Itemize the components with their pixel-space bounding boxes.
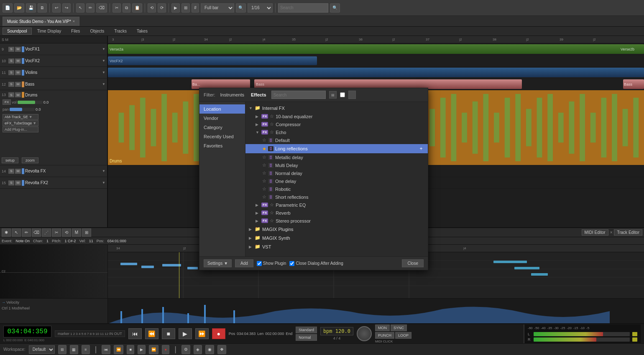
copy-btn[interactable]: ⧉ xyxy=(123,3,130,13)
segment-verse2b[interactable]: Verse2b xyxy=(619,44,644,54)
tab-soundpool[interactable]: Soundpool xyxy=(3,28,32,35)
paste-btn[interactable]: 📋 xyxy=(132,3,142,13)
tree-sub-long-reflections[interactable]: ★ 🎛 Long reflections + xyxy=(245,144,428,153)
solo-btn-14[interactable]: S xyxy=(8,169,14,174)
fx-btn-13[interactable]: FX xyxy=(3,99,11,105)
tree-sub-one-delay[interactable]: ☆ 🎛 One delay xyxy=(245,177,428,185)
tree-header-magix-plugins[interactable]: ▶ 📁 MAGIX Plugins xyxy=(245,225,428,233)
mute-btn-14[interactable]: M xyxy=(15,169,21,174)
pr-tool-2[interactable]: ↖ xyxy=(12,228,21,237)
mon-btn[interactable]: MON xyxy=(375,325,390,331)
setup-btn[interactable]: setup xyxy=(2,157,18,163)
add-plugin-btn[interactable]: Add Plug-in... xyxy=(3,127,38,132)
segment-violins[interactable] xyxy=(108,68,644,77)
am-track-plugin[interactable]: AM-Track_SE▼ xyxy=(3,114,38,120)
pr-tool-9[interactable]: ⊞ xyxy=(82,228,91,237)
stop-btn[interactable]: ■ xyxy=(162,328,175,339)
ws-btn-1[interactable]: ⊞ xyxy=(58,345,66,354)
ws-btn-2[interactable]: ▦ xyxy=(70,345,78,354)
fast-forward-btn[interactable]: ⏩ xyxy=(195,328,209,339)
ws-transport-btn-2[interactable]: ⏪ xyxy=(114,345,123,354)
search-icon-btn[interactable]: 🔍 xyxy=(330,3,340,13)
go-start-btn[interactable]: ⏮ xyxy=(128,328,142,339)
filter-instruments-tab[interactable]: Instruments xyxy=(219,91,246,98)
tree-header-vst[interactable]: ▶ 📁 VST xyxy=(245,242,428,251)
efx-tube-plugin[interactable]: eFX_TubeStage▼ xyxy=(3,120,38,126)
track-editor-tab[interactable]: Track Editor xyxy=(614,229,642,236)
filter-effects-tab[interactable]: Effects xyxy=(249,91,268,98)
segment-verse2a[interactable]: Verse2a xyxy=(108,44,644,54)
ws-btn-3[interactable]: ≡ xyxy=(82,345,90,354)
position-select[interactable]: 1/16 xyxy=(248,3,273,13)
pan-fader-13[interactable] xyxy=(10,108,35,111)
mute-btn-9[interactable]: M xyxy=(15,47,21,52)
nav-category[interactable]: Category xyxy=(199,123,245,132)
normal-btn[interactable]: Normal xyxy=(296,334,317,341)
solo-btn-10[interactable]: S xyxy=(8,58,14,63)
show-plugin-label[interactable]: Show Plugin xyxy=(257,261,286,266)
rewind-btn[interactable]: ⏪ xyxy=(145,328,158,339)
ws-transport-btn-1[interactable]: ⏮ xyxy=(102,345,110,354)
solo-btn-12[interactable]: S xyxy=(8,82,14,87)
loop-btn[interactable]: LOOP xyxy=(395,332,411,339)
mute-btn-12[interactable]: M xyxy=(15,82,21,87)
zoom-btn-13[interactable]: zoom xyxy=(22,157,38,163)
tab-files[interactable]: Files xyxy=(66,28,84,35)
pr-tool-3[interactable]: ✏ xyxy=(22,228,31,237)
new-btn[interactable]: 📄 xyxy=(3,3,13,13)
standard-btn[interactable]: Standard xyxy=(296,327,317,333)
hash-btn[interactable]: # xyxy=(192,3,199,13)
ws-transport-btn-3[interactable]: ■ xyxy=(127,345,134,354)
pr-tool-8[interactable]: M xyxy=(72,228,81,237)
ws-icon-4[interactable]: ❖ xyxy=(217,345,226,354)
add-btn[interactable]: Add xyxy=(235,259,253,267)
presets-btn[interactable] xyxy=(348,91,356,99)
tree-sub-robotic[interactable]: ☆ 🎛 Robotic xyxy=(245,185,428,193)
mute-btn-10[interactable]: M xyxy=(15,58,21,63)
redo2-btn[interactable]: ⟳ xyxy=(158,3,166,13)
undo-btn[interactable]: ↩ xyxy=(52,3,61,13)
search-input[interactable] xyxy=(278,3,328,13)
ws-transport-btn-5[interactable]: ⏩ xyxy=(149,345,158,354)
sync-btn[interactable]: SYNC xyxy=(391,325,407,331)
pr-tool-7[interactable]: ⟲ xyxy=(62,228,71,237)
settings-btn[interactable]: Settings ▼ xyxy=(204,259,232,267)
tab-close-icon[interactable]: × xyxy=(73,19,75,23)
redo-btn[interactable]: ↪ xyxy=(62,3,71,13)
undo2-btn[interactable]: ⟲ xyxy=(148,3,156,13)
segment-vocfx2[interactable]: VocFX2 xyxy=(108,56,317,65)
presets-checkbox[interactable] xyxy=(340,92,345,97)
master-knob[interactable] xyxy=(357,326,372,341)
pr-tool-6[interactable]: ✂ xyxy=(52,228,61,237)
ws-transport-btn-4[interactable]: ▶ xyxy=(138,345,146,354)
tree-item-echo[interactable]: ▼ FX ☆ Echo xyxy=(245,128,428,136)
pr-tool-1[interactable]: ✱ xyxy=(2,228,11,237)
main-window-tab[interactable]: Music Studio Demo - You Are.VIP* × xyxy=(3,17,79,26)
cut-btn[interactable]: ✂ xyxy=(112,3,121,13)
solo-btn-13[interactable]: S xyxy=(8,92,14,97)
mixer-btn[interactable]: ⊞ xyxy=(181,3,190,13)
ws-icon-1[interactable]: ⚙ xyxy=(181,345,190,354)
tab-time-display[interactable]: Time Display xyxy=(33,28,66,35)
zoom-btn[interactable]: 🔍 xyxy=(236,3,246,13)
search-options-btn[interactable]: ▤ xyxy=(329,91,337,99)
tree-header-magix-synth[interactable]: ▶ 📁 MAGIX Synth xyxy=(245,233,428,242)
tree-header-internal-fx[interactable]: ▼ 📁 Internal FX xyxy=(245,104,428,112)
tree-sub-short-reflections[interactable]: ☆ 🎛 Short reflections xyxy=(245,193,428,201)
nav-recently-used[interactable]: Recently Used xyxy=(199,132,245,141)
solo-btn-11[interactable]: S xyxy=(8,70,14,75)
bar-select[interactable]: Full bar xyxy=(201,3,234,13)
ws-rec-btn[interactable]: ● xyxy=(162,345,169,354)
tree-sub-multi-delay[interactable]: ☆ 🎛 Multi Delay xyxy=(245,161,428,169)
tree-sub-default[interactable]: ☆ 🎛 Default xyxy=(245,136,428,144)
mute-btn-13[interactable]: M xyxy=(15,92,21,97)
tab-tracks[interactable]: Tracks xyxy=(110,28,131,35)
plugin-dialog[interactable]: Filter: Instruments Effects ▤ Location V… xyxy=(199,88,428,270)
open-btn[interactable]: 📂 xyxy=(14,3,24,13)
play-transport-btn[interactable]: ▶ xyxy=(179,328,192,339)
add-preset-btn[interactable]: + xyxy=(418,145,424,152)
workspace-select[interactable]: Default xyxy=(29,345,55,354)
bpm-display[interactable]: bpm 120.0 xyxy=(320,327,353,335)
nav-favorites[interactable]: Favorites xyxy=(199,141,245,150)
cursor-btn[interactable]: ↖ xyxy=(76,3,84,13)
